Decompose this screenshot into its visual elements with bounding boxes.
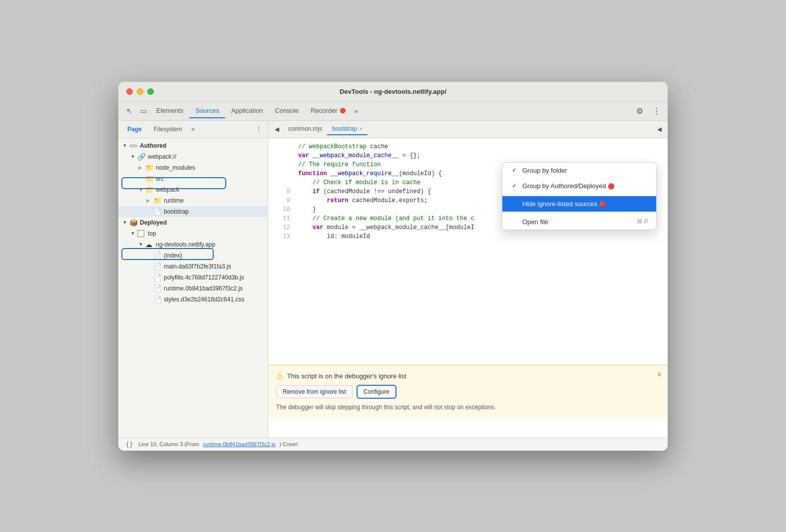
collapse-left-icon[interactable]: ◀ <box>270 123 283 136</box>
devtools-tabs-bar: ↖ ▭ Elements Sources Application Console… <box>118 102 668 121</box>
code-line-2: var __webpack_module_cache__ = {}; <box>268 151 668 160</box>
maximize-button[interactable] <box>147 88 154 95</box>
menu-divider <box>502 195 656 195</box>
tab-recorder[interactable]: Recorder 🔴 <box>305 104 351 118</box>
menu-item-hide-ignore[interactable]: Hide ignore-listed sources 🔴 <box>502 196 656 212</box>
menu-item-open-file[interactable]: Open file ⌘ P <box>502 214 656 230</box>
close-tab-icon[interactable]: × <box>359 126 362 132</box>
tree-item-runtime-js[interactable]: 📄 runtime.0b841bad3967f3c2.js <box>118 283 268 294</box>
tab-common-mjs[interactable]: common.mjs <box>283 123 327 135</box>
traffic-lights <box>126 88 154 95</box>
devtools-window: DevTools - ng-devtools.netlify.app/ ↖ ▭ … <box>118 82 668 451</box>
tree-item-webpack[interactable]: ▼ 📁 webpack <box>118 184 268 195</box>
minimize-button[interactable] <box>137 88 143 95</box>
remove-from-ignore-button[interactable]: Remove from ignore list <box>276 385 353 398</box>
configure-button[interactable]: Configure <box>357 385 396 399</box>
more-secondary-tabs[interactable]: » <box>189 125 197 134</box>
close-button[interactable] <box>126 88 133 95</box>
menu-item-group-authored[interactable]: ✓ Group by Authored/Deployed 🔴 <box>502 178 656 194</box>
tree-item-bootstrap[interactable]: 📄 bootstrap <box>118 206 268 217</box>
collapse-right-icon[interactable]: ◀ <box>653 123 666 136</box>
tab-page[interactable]: Page <box>122 124 147 135</box>
secondary-tab-menu[interactable]: ⋮ <box>254 125 264 134</box>
main-area: ▼ </> Authored ▼ 🔗 webpack:// ▶ 📁 node_m… <box>118 138 668 438</box>
menu-item-group-folder[interactable]: ✓ Group by folder <box>502 163 656 178</box>
mobile-icon[interactable]: ▭ <box>136 104 150 118</box>
menu-divider-2 <box>502 213 656 213</box>
tab-application[interactable]: Application <box>225 104 269 118</box>
code-panel: // webpackBootstrap cache var __webpack_… <box>268 138 668 438</box>
code-line-1: // webpackBootstrap cache <box>268 142 668 151</box>
cursor-icon[interactable]: ↖ <box>122 104 136 118</box>
context-menu: ✓ Group by folder ✓ Group by Authored/De… <box>502 162 657 230</box>
window-title: DevTools - ng-devtools.netlify.app/ <box>340 88 446 95</box>
tree-item-index[interactable]: 📄 (index) <box>118 250 268 261</box>
more-tabs-button[interactable]: » <box>352 105 361 117</box>
tab-console[interactable]: Console <box>269 104 305 118</box>
ignore-banner: × ⚠ This script is on the debugger's ign… <box>268 365 668 418</box>
code-line-13: 13 id: moduleId <box>268 232 668 241</box>
tree-item-polyfills[interactable]: 📄 polyfills.4c768d7122740d3b.js <box>118 272 268 283</box>
more-options-icon[interactable]: ⋮ <box>650 104 664 118</box>
status-bar: { } Line 10, Column 3 (From runtime.0b84… <box>118 438 668 451</box>
tree-item-authored[interactable]: ▼ </> Authored <box>118 140 268 151</box>
devtools-settings: ⚙ ⋮ <box>633 104 664 118</box>
file-tree-panel: ▼ </> Authored ▼ 🔗 webpack:// ▶ 📁 node_m… <box>118 138 268 438</box>
tree-item-main[interactable]: 📄 main.da63f7b2fe3f1fa3.js <box>118 261 268 272</box>
tab-filesystem[interactable]: Filesystem <box>149 124 187 135</box>
tree-item-top[interactable]: ▼ top <box>118 228 268 239</box>
tab-elements[interactable]: Elements <box>150 104 189 118</box>
tree-item-deployed[interactable]: ▼ 📦 Deployed <box>118 217 268 228</box>
ignore-banner-title: ⚠ This script is on the debugger's ignor… <box>276 371 660 381</box>
tree-item-node-modules[interactable]: ▶ 📁 node_modules <box>118 162 268 173</box>
ignore-banner-actions: Remove from ignore list Configure <box>276 385 660 399</box>
runtime-link[interactable]: runtime.0b841bad3967f3c2.js <box>203 441 276 447</box>
tab-sources[interactable]: Sources <box>189 104 225 118</box>
tree-item-runtime[interactable]: ▶ 📁 runtime <box>118 195 268 206</box>
ignore-banner-description: The debugger will skip stepping through … <box>276 403 660 412</box>
tree-item-src[interactable]: 📁 src <box>118 173 268 184</box>
warning-icon: ⚠ <box>276 371 283 381</box>
tree-item-netlify[interactable]: ▼ ☁ ng-devtools.netlify.app <box>118 239 268 250</box>
settings-icon[interactable]: ⚙ <box>633 104 647 118</box>
tab-bootstrap[interactable]: bootstrap × <box>327 123 367 135</box>
banner-close-button[interactable]: × <box>657 370 662 379</box>
tree-item-styles[interactable]: 📄 styles.d3e2b24618d2c641.css <box>118 294 268 305</box>
tree-item-webpack-root[interactable]: ▼ 🔗 webpack:// <box>118 151 268 162</box>
code-tabs-bar: ◀ common.mjs bootstrap × ◀ <box>268 121 668 138</box>
format-button[interactable]: { } <box>124 439 134 449</box>
title-bar: DevTools - ng-devtools.netlify.app/ <box>118 82 668 102</box>
